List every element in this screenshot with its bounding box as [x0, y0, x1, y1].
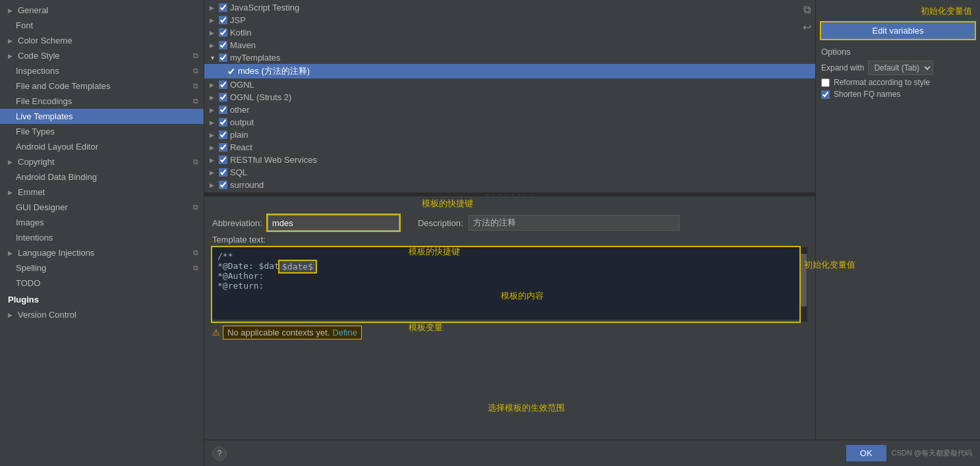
tree-item-ognl[interactable]: ▶ OGNL	[204, 78, 815, 91]
chevron-right-icon: ▶	[8, 38, 13, 44]
tree-item-checkbox[interactable]	[219, 28, 227, 37]
reset-toolbar-btn[interactable]: ↩	[801, 20, 813, 35]
tree-item-kotlin[interactable]: ▶ Kotlin	[204, 26, 815, 39]
annotation-init-var: 初始化变量值	[921, 6, 972, 16]
template-text-label: Template text:	[212, 235, 807, 245]
sidebar-item-version-control[interactable]: ▶ Version Control	[0, 307, 204, 322]
define-link[interactable]: Define	[332, 328, 357, 337]
tree-item-javascript-testing[interactable]: ▶ JavaScript Testing	[204, 1, 815, 14]
description-input[interactable]	[469, 215, 679, 231]
tree-item-mdes[interactable]: ▶ mdes (方法的注释)	[204, 64, 815, 78]
center-panel: ▶ JavaScript Testing ▶ JSP ▶ Ko	[204, 0, 815, 440]
tree-item-checkbox[interactable]	[219, 16, 227, 24]
shorten-checkbox[interactable]	[821, 90, 830, 99]
tree-item-label: output	[230, 117, 254, 127]
tree-item-checkbox[interactable]	[219, 181, 227, 189]
tree-item-label: SQL	[230, 167, 247, 177]
tree-item-sql[interactable]: ▶ SQL	[204, 166, 815, 179]
sidebar-item-images[interactable]: Images	[0, 215, 204, 230]
tree-item-checkbox[interactable]	[219, 3, 227, 12]
sidebar-item-file-encodings[interactable]: File Encodings ⧉	[0, 94, 204, 109]
sidebar-item-label: General	[18, 5, 48, 15]
tree-item-checkbox[interactable]	[219, 80, 227, 89]
tree-item-checkbox[interactable]	[227, 67, 235, 76]
templates-tree[interactable]: ▶ JavaScript Testing ▶ JSP ▶ Ko	[204, 0, 815, 192]
template-text-editor[interactable]: /** *@Date: $date$ *@Author: *@return:	[212, 247, 799, 320]
sidebar-item-file-code-templates[interactable]: File and Code Templates ⧉	[0, 78, 204, 94]
sidebar-item-code-style[interactable]: ▶ Code Style ⧉	[0, 48, 204, 63]
ok-button[interactable]: OK	[846, 445, 886, 461]
tree-item-checkbox[interactable]	[219, 118, 227, 127]
tree-item-label: OGNL (Struts 2)	[230, 92, 291, 102]
sidebar-item-label: TODO	[16, 278, 40, 288]
chevron-icon: ▶	[210, 157, 216, 163]
sidebar-item-label: File Types	[16, 127, 55, 136]
chevron-right-icon: ▶	[8, 250, 13, 256]
chevron-icon: ▼	[210, 55, 216, 61]
template-scrollbar[interactable]	[799, 247, 807, 322]
sidebar-item-label: Live Templates	[16, 111, 72, 121]
options-section: Options Expand with Default (Tab) Enter …	[821, 47, 975, 102]
sidebar-item-color-scheme[interactable]: ▶ Color Scheme	[0, 33, 204, 48]
reformat-checkbox[interactable]	[821, 78, 830, 87]
tree-item-checkbox[interactable]	[219, 41, 227, 49]
chevron-icon: ▶	[210, 107, 216, 113]
sidebar-item-label: Copyright	[18, 157, 55, 167]
tree-item-ognl-struts[interactable]: ▶ OGNL (Struts 2)	[204, 91, 815, 103]
reformat-row: Reformat according to style	[821, 78, 975, 87]
tree-item-other[interactable]: ▶ other	[204, 103, 815, 116]
tree-item-surround[interactable]: ▶ surround	[204, 179, 815, 191]
sidebar-item-inspections[interactable]: Inspections ⧉	[0, 63, 204, 78]
expand-with-select[interactable]: Default (Tab) Enter Space	[868, 61, 933, 75]
chevron-right-icon: ▶	[8, 189, 13, 196]
tree-item-jsp[interactable]: ▶ JSP	[204, 14, 815, 26]
settings-sidebar: ▶ General Font ▶ Color Scheme ▶ Code Sty…	[0, 0, 204, 466]
tree-item-checkbox[interactable]	[219, 131, 227, 139]
tree-item-restful[interactable]: ▶ RESTful Web Services	[204, 154, 815, 166]
chevron-icon: ▶	[210, 119, 216, 126]
sidebar-item-todo[interactable]: TODO	[0, 276, 204, 291]
tree-item-mytemplates[interactable]: ▼ myTemplates	[204, 51, 815, 64]
sidebar-item-copyright[interactable]: ▶ Copyright ⧉	[0, 154, 204, 169]
tree-item-plain[interactable]: ▶ plain	[204, 129, 815, 141]
tree-item-label: JSP	[230, 15, 246, 25]
sidebar-item-spelling[interactable]: Spelling ⧉	[0, 260, 204, 276]
tree-item-output[interactable]: ▶ output	[204, 116, 815, 129]
sidebar-item-label: File and Code Templates	[16, 81, 111, 91]
sidebar-item-general[interactable]: ▶ General	[0, 3, 204, 18]
sidebar-item-live-templates[interactable]: Live Templates	[0, 109, 204, 124]
sidebar-item-font[interactable]: Font	[0, 18, 204, 33]
tree-item-checkbox[interactable]	[219, 93, 227, 102]
tree-item-label: Kotlin	[230, 28, 252, 38]
help-button[interactable]: ?	[212, 446, 227, 461]
chevron-icon: ▶	[210, 42, 216, 49]
tree-item-label: React	[230, 142, 252, 152]
shorten-label: Shorten FQ names	[834, 90, 900, 99]
tree-item-label: RESTful Web Services	[230, 155, 317, 165]
tree-item-label: Maven	[230, 40, 256, 50]
sidebar-item-android-layout[interactable]: Android Layout Editor	[0, 139, 204, 154]
tree-item-checkbox[interactable]	[219, 168, 227, 177]
sidebar-item-file-types[interactable]: File Types	[0, 124, 204, 139]
edit-variables-button[interactable]: Edit variables	[821, 22, 975, 39]
chevron-right-icon: ▶	[8, 7, 13, 14]
tree-item-checkbox[interactable]	[219, 156, 227, 164]
sidebar-item-language-injections[interactable]: ▶ Language Injections ⧉	[0, 245, 204, 260]
chevron-right-icon: ▶	[8, 53, 13, 59]
abbreviation-input[interactable]	[268, 215, 399, 231]
sidebar-item-android-data-binding[interactable]: Android Data Binding	[0, 169, 204, 185]
abbreviation-row: Abbreviation: Description:	[212, 215, 807, 231]
sidebar-item-emmet[interactable]: ▶ Emmet	[0, 185, 204, 200]
sidebar-item-label: Android Layout Editor	[16, 142, 98, 152]
form-area: Abbreviation: Description: Template text…	[204, 210, 815, 347]
tree-item-label: JavaScript Testing	[230, 3, 299, 13]
tree-item-maven[interactable]: ▶ Maven	[204, 39, 815, 51]
copy-icon: ⧉	[193, 264, 198, 272]
copy-toolbar-btn[interactable]: ⧉	[801, 3, 813, 17]
tree-item-react[interactable]: ▶ React	[204, 141, 815, 154]
sidebar-item-intentions[interactable]: Intentions	[0, 230, 204, 245]
tree-item-checkbox[interactable]	[219, 105, 227, 114]
sidebar-item-gui-designer[interactable]: GUI Designer ⧉	[0, 200, 204, 215]
tree-item-checkbox[interactable]	[219, 53, 227, 62]
tree-item-checkbox[interactable]	[219, 143, 227, 152]
